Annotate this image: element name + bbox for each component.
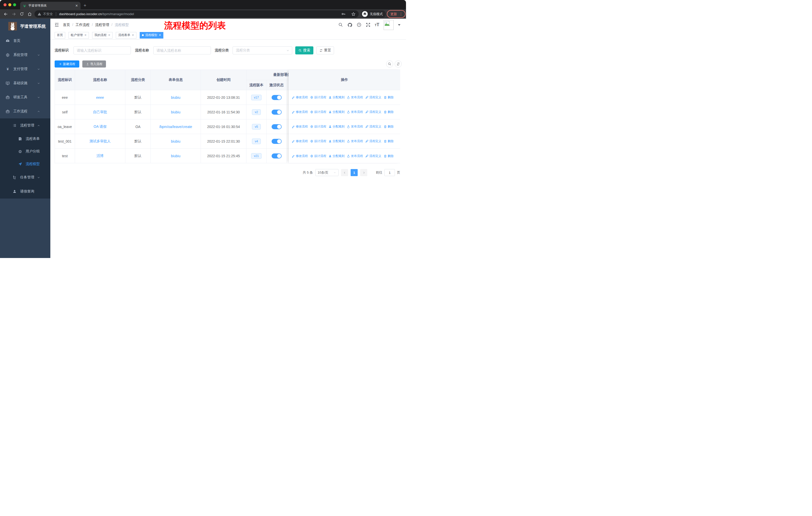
sidebar-item-system[interactable]: 系统管理	[0, 48, 50, 62]
caret-down-icon[interactable]	[398, 24, 401, 26]
import-process-button[interactable]: 导入流程	[82, 60, 106, 67]
search-icon[interactable]	[338, 22, 343, 27]
active-toggle[interactable]	[271, 154, 282, 159]
form-info-link[interactable]: /bpm/oa/leave/create	[159, 125, 192, 129]
active-toggle[interactable]	[271, 124, 282, 129]
action-edit-process[interactable]: 修改流程	[292, 110, 308, 114]
close-window-button[interactable]	[3, 3, 6, 6]
tag-process-form[interactable]: 流程表单✕	[116, 32, 136, 38]
action-delete[interactable]: 删除	[384, 139, 394, 143]
sidebar-item-infrastructure[interactable]: 基础设施	[0, 76, 50, 90]
sidebar-collapse-icon[interactable]	[54, 22, 59, 27]
process-name-link[interactable]: 测试多审批人	[90, 139, 111, 144]
process-key-input[interactable]	[74, 46, 131, 54]
sidebar-logo[interactable]: 芋道管理系统	[0, 19, 50, 34]
sidebar-item-dev-tools[interactable]: 研发工具	[0, 90, 50, 104]
show-search-toggle-button[interactable]	[386, 60, 393, 67]
tag-tenant-management[interactable]: 租户管理✕	[68, 32, 89, 38]
sidebar-item-process-management[interactable]: 流程管理	[0, 118, 50, 133]
current-page-button[interactable]: 1	[351, 169, 358, 176]
form-info-link[interactable]: biubiu	[171, 110, 180, 114]
reset-button[interactable]: 重置	[316, 46, 334, 54]
security-label[interactable]: 不安全	[43, 12, 53, 17]
action-publish-process[interactable]: 发布流程	[347, 125, 363, 129]
browser-tab[interactable]: 芋道管理系统 ✕	[20, 2, 81, 9]
action-publish-process[interactable]: 发布流程	[347, 95, 363, 100]
back-icon[interactable]	[3, 12, 8, 17]
search-button[interactable]: 搜索	[295, 46, 313, 54]
action-assign-rule[interactable]: 分配规则	[328, 154, 345, 158]
github-icon[interactable]	[347, 22, 352, 27]
action-edit-process[interactable]: 修改流程	[292, 154, 308, 158]
close-icon[interactable]: ✕	[159, 33, 161, 37]
action-edit-process[interactable]: 修改流程	[292, 125, 308, 129]
process-name-link[interactable]: eeee	[96, 96, 104, 100]
home-icon[interactable]	[27, 12, 32, 17]
browser-menu-dots-icon[interactable]	[399, 12, 403, 16]
forward-icon[interactable]	[11, 12, 16, 17]
close-icon[interactable]: ✕	[84, 33, 87, 37]
sidebar-item-process-form[interactable]: 流程表单	[0, 133, 50, 145]
action-assign-rule[interactable]: 分配规则	[328, 125, 345, 129]
sidebar-item-task-management[interactable]: 任务管理	[0, 170, 50, 184]
action-process-definition[interactable]: 流程定义	[365, 125, 381, 129]
action-process-definition[interactable]: 流程定义	[365, 154, 381, 158]
active-toggle[interactable]	[271, 110, 282, 115]
action-delete[interactable]: 删除	[384, 110, 394, 114]
font-size-icon[interactable]: TT	[375, 22, 379, 27]
page-size-select[interactable]: 10条/页	[315, 169, 339, 176]
action-delete[interactable]: 删除	[384, 95, 394, 100]
action-process-definition[interactable]: 流程定义	[365, 139, 381, 143]
active-toggle[interactable]	[271, 95, 282, 100]
action-assign-rule[interactable]: 分配规则	[328, 139, 345, 143]
refresh-table-button[interactable]	[395, 60, 402, 67]
close-icon[interactable]: ✕	[108, 33, 110, 37]
reload-icon[interactable]	[20, 12, 24, 16]
breadcrumb-workflow[interactable]: 工作流程	[76, 23, 90, 27]
action-delete[interactable]: 删除	[384, 154, 394, 158]
action-edit-process[interactable]: 修改流程	[292, 95, 308, 100]
process-name-link[interactable]: 自己审批	[93, 110, 107, 114]
process-category-select[interactable]: 流程分类	[233, 46, 292, 54]
next-page-button[interactable]	[360, 169, 367, 176]
action-design-process[interactable]: 设计流程	[310, 125, 326, 129]
breadcrumb-home[interactable]: 首页	[63, 23, 70, 27]
close-icon[interactable]: ✕	[132, 33, 134, 37]
breadcrumb-process-management[interactable]: 流程管理	[95, 23, 109, 27]
sidebar-item-process-model[interactable]: 流程模型	[0, 158, 50, 170]
address-bar[interactable]: 不安全 dashboard.yudao.iocoder.cn/bpm/manag…	[34, 10, 359, 18]
action-design-process[interactable]: 设计流程	[310, 154, 326, 158]
process-name-link[interactable]: 滔博	[97, 154, 104, 158]
new-tab-button[interactable]: +	[84, 2, 86, 9]
sidebar-item-home[interactable]: 首页	[0, 34, 50, 48]
fullscreen-icon[interactable]	[366, 22, 371, 27]
form-info-link[interactable]: biubiu	[171, 139, 180, 143]
action-design-process[interactable]: 设计流程	[310, 95, 326, 100]
browser-update-button[interactable]: 更新	[387, 10, 406, 18]
sidebar-item-payment[interactable]: 支付管理	[0, 62, 50, 76]
action-assign-rule[interactable]: 分配规则	[328, 95, 345, 100]
process-name-link[interactable]: OA 请假	[94, 125, 107, 129]
action-publish-process[interactable]: 发布流程	[347, 139, 363, 143]
tab-close-icon[interactable]: ✕	[75, 4, 78, 7]
sidebar-item-workflow[interactable]: 工作流程	[0, 104, 50, 118]
form-info-link[interactable]: biubiu	[171, 96, 180, 100]
action-design-process[interactable]: 设计流程	[310, 110, 326, 114]
sidebar-item-user-group[interactable]: 用户分组	[0, 145, 50, 158]
action-assign-rule[interactable]: 分配规则	[328, 110, 345, 114]
action-process-definition[interactable]: 流程定义	[365, 95, 381, 100]
action-edit-process[interactable]: 修改流程	[292, 139, 308, 143]
active-toggle[interactable]	[271, 139, 282, 144]
form-info-link[interactable]: biubiu	[171, 154, 180, 158]
help-icon[interactable]	[357, 22, 361, 27]
prev-page-button[interactable]	[341, 169, 348, 176]
action-process-definition[interactable]: 流程定义	[365, 110, 381, 114]
zoom-window-button[interactable]	[13, 3, 16, 6]
goto-page-input[interactable]	[384, 169, 395, 176]
bookmark-star-icon[interactable]	[351, 12, 356, 17]
action-delete[interactable]: 删除	[384, 125, 394, 129]
tag-process-model[interactable]: 流程模型✕	[140, 32, 163, 38]
action-design-process[interactable]: 设计流程	[310, 139, 326, 143]
avatar[interactable]	[384, 20, 394, 30]
action-publish-process[interactable]: 发布流程	[347, 154, 363, 158]
